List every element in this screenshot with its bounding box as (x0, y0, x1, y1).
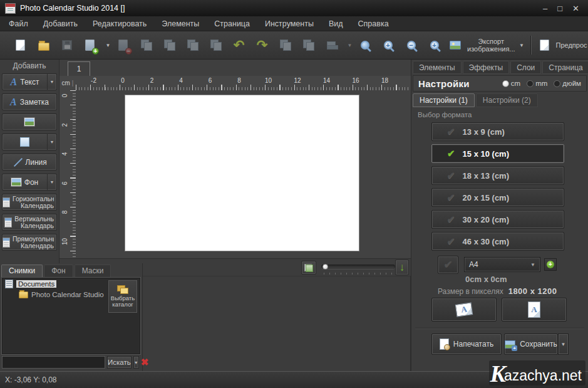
maximize-button[interactable]: □ (557, 4, 562, 13)
save-button[interactable] (55, 34, 78, 56)
close-button[interactable]: ✕ (572, 4, 579, 13)
unit-mm-radio[interactable]: mm (527, 80, 547, 87)
group-icon (280, 39, 291, 51)
export-image-label[interactable]: Экспортизображения... (467, 38, 515, 53)
copy-page-button[interactable] (135, 34, 158, 56)
ungroup-button[interactable] (297, 34, 320, 56)
unit-inch-radio[interactable]: дюйм (554, 80, 581, 87)
tab-layers[interactable]: Слои (510, 61, 541, 74)
tab-masks[interactable]: Маски (75, 265, 111, 277)
radio-off-icon (527, 80, 534, 87)
open-folder-button[interactable] (32, 34, 55, 56)
align-dropdown[interactable]: ▼ (343, 34, 353, 56)
zoom-out-button[interactable]: − (400, 34, 423, 56)
documents-icon (5, 280, 13, 288)
calendar-page[interactable] (125, 95, 359, 251)
tab-snapshots[interactable]: Снимки (1, 265, 43, 277)
zoom-fit-button[interactable] (353, 34, 376, 56)
menu-page[interactable]: Страница (214, 19, 250, 28)
format-20x15-button[interactable]: ✔ 20 x 15 (cm) (431, 188, 564, 207)
page-tab-1[interactable]: 1 (68, 61, 90, 76)
add-shape-button[interactable]: ▼ (2, 134, 57, 150)
folder-tree[interactable]: Documents Photo Calendar Studio Выбратьк… (2, 278, 140, 354)
add-note-label: Заметка (20, 98, 49, 107)
add-custom-size-button[interactable]: + (544, 258, 557, 271)
unit-cm-radio[interactable]: cm (502, 80, 520, 87)
tab-effects[interactable]: Эффекты (463, 61, 510, 74)
search-options-dropdown[interactable]: ▼ (133, 356, 139, 369)
format-46x30-button[interactable]: ✔ 46 x 30 (cm) (431, 232, 564, 251)
chevron-down-icon[interactable]: ▼ (47, 134, 56, 150)
landscape-orientation-button[interactable]: A (431, 298, 497, 322)
slider-handle[interactable] (322, 264, 328, 270)
search-button[interactable]: Искать (107, 356, 132, 369)
save-options-dropdown[interactable]: ▼ (558, 333, 569, 355)
custom-format-check-button[interactable]: ✔ (438, 256, 458, 274)
add-page-button[interactable]: + (78, 34, 101, 56)
tab-page[interactable]: Страница (542, 61, 588, 74)
chevron-down-icon[interactable]: ▼ (47, 174, 56, 190)
menu-add[interactable]: Добавить (43, 19, 78, 28)
format-30x20-button[interactable]: ✔ 30 x 20 (cm) (431, 210, 564, 229)
new-document-button[interactable] (9, 34, 32, 56)
export-image-button[interactable] (446, 34, 465, 56)
chevron-down-icon[interactable]: ▼ (47, 74, 56, 90)
add-image-button[interactable] (2, 113, 57, 130)
align-button[interactable] (320, 34, 343, 56)
save-image-button[interactable]: Сохранить (504, 333, 558, 355)
menu-view[interactable]: Вид (329, 19, 343, 28)
add-vertical-calendar-button[interactable]: ВертикальньКалендарь (2, 214, 57, 231)
duplicate-page-button[interactable] (181, 34, 204, 56)
group-button[interactable] (274, 34, 297, 56)
paste-page-button[interactable] (158, 34, 181, 56)
menu-tools[interactable]: Инструменты (265, 19, 314, 28)
add-text-button[interactable]: A Текст ▼ (2, 73, 57, 90)
add-line-button[interactable]: Линия (2, 154, 57, 170)
paper-size-select[interactable]: A4 ▼ (464, 257, 540, 272)
add-rectangular-calendar-button[interactable]: ПрямоугольньКалендарь (2, 234, 57, 251)
slider-track[interactable] (321, 265, 395, 269)
add-horizontal-calendar-button[interactable]: ГоризонтальнКалендарь (2, 194, 57, 211)
menu-help[interactable]: Справка (358, 19, 389, 28)
subtab-settings-2[interactable]: Настройки (2) (476, 93, 538, 107)
landscape-page-icon: A (455, 302, 473, 317)
preview-label[interactable]: Предпрос (556, 41, 587, 49)
preview-button[interactable] (536, 34, 554, 56)
redo-button[interactable]: ↷ (250, 34, 274, 56)
arrange-pages-button[interactable] (204, 34, 227, 56)
menu-file[interactable]: Файл (9, 19, 28, 28)
app-window: Photo Calendar Studio 2014 [] – □ ✕ Файл… (0, 0, 588, 388)
clear-search-button[interactable]: ✖ (141, 356, 149, 369)
canvas-viewport[interactable] (76, 90, 411, 258)
menu-elements[interactable]: Элементы (162, 19, 199, 28)
format-15x10-button[interactable]: ✔ 15 x 10 (cm) (431, 144, 564, 163)
tab-elements[interactable]: Элементы (413, 61, 462, 74)
format-13x9-button[interactable]: ✔ 13 x 9 (cm) (431, 122, 564, 141)
format-18x13-button[interactable]: ✔ 18 x 13 (cm) (431, 166, 564, 185)
add-note-button[interactable]: A Заметка (2, 93, 57, 110)
tab-backgrounds[interactable]: Фон (44, 265, 73, 277)
add-page-dropdown[interactable]: ▼ (101, 34, 111, 56)
zoom-slider[interactable] (321, 263, 395, 273)
add-background-button[interactable]: Фон ▼ (2, 174, 57, 191)
zoom-out-icon: − (407, 41, 416, 50)
delete-page-button[interactable]: − (111, 34, 135, 56)
portrait-page-icon: A (528, 301, 540, 318)
export-image-icon (450, 41, 461, 50)
subtab-settings-1[interactable]: Настройки (1) (413, 93, 475, 107)
print-button[interactable]: Напечатать (431, 333, 502, 355)
export-dropdown[interactable]: ▼ (515, 34, 525, 56)
page-thumbnails-button[interactable] (301, 261, 316, 275)
choose-directory-button[interactable]: Выбратькаталог (108, 280, 137, 313)
search-input[interactable] (2, 356, 105, 369)
minimize-button[interactable]: – (543, 4, 547, 13)
menu-edit[interactable]: Редактировать (93, 19, 147, 28)
portrait-orientation-button[interactable]: A (502, 298, 567, 322)
tree-item-label: Photo Calendar Studio (31, 291, 104, 298)
folders-icon (117, 285, 128, 294)
undo-button[interactable]: ↶ (227, 34, 250, 56)
zoom-in-button[interactable]: + (376, 34, 400, 56)
zoom-actual-button[interactable]: + (423, 34, 446, 56)
check-icon: ✔ (447, 192, 455, 203)
scroll-down-button[interactable]: ↓ (395, 260, 409, 275)
